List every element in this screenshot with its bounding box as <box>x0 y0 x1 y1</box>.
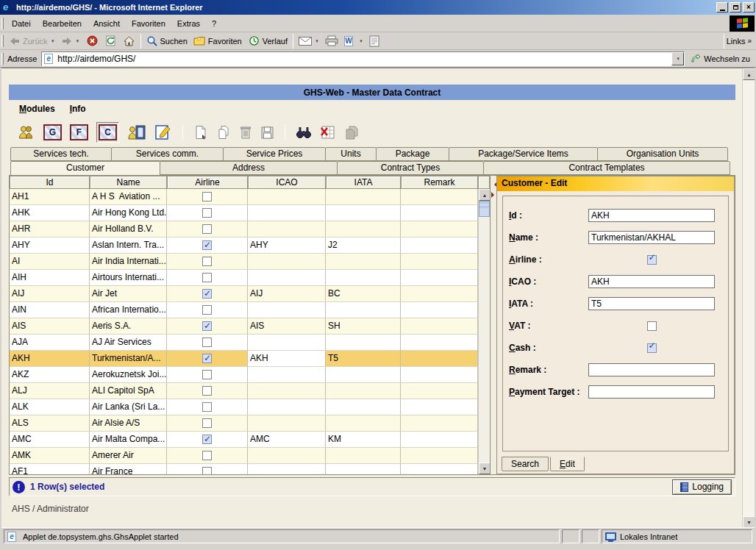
go-button[interactable]: Wechseln zu <box>685 54 756 63</box>
edit-mode-button[interactable] <box>154 124 172 140</box>
cell-iata[interactable]: BC <box>326 286 401 302</box>
cash-checkbox[interactable]: ✓ <box>647 343 657 353</box>
menu-info[interactable]: Info <box>65 102 90 115</box>
cell-icao[interactable] <box>248 221 326 238</box>
cell-iata[interactable]: KM <box>326 432 401 448</box>
tab-customer[interactable]: Customer <box>10 161 160 176</box>
table-row[interactable]: AIJAir Jet✓AIJBC <box>10 286 478 302</box>
name-field[interactable] <box>588 231 715 244</box>
edit-page-button[interactable] <box>366 34 382 49</box>
airline-checkbox[interactable] <box>202 402 212 412</box>
airline-checkbox[interactable] <box>202 305 212 315</box>
column-header-iata[interactable]: IATA <box>326 176 401 189</box>
cell-remark[interactable] <box>401 205 478 221</box>
menu-ansicht[interactable]: Ansicht <box>88 17 126 30</box>
print-button[interactable] <box>322 34 341 48</box>
module-g-button[interactable]: G <box>43 124 62 140</box>
tab-contract-types[interactable]: Contract Types <box>337 161 484 175</box>
cell-name[interactable]: Air Lanka (Sri La... <box>90 399 167 415</box>
cell-name[interactable]: ALI Capitol SpA <box>90 383 167 399</box>
cell-name[interactable]: Air Holland B.V. <box>90 221 167 238</box>
word-edit-button[interactable]: W ▼ <box>341 35 366 48</box>
table-scrollbar[interactable]: ▲ ▼ <box>478 189 490 474</box>
table-row[interactable]: AJAAJ Air Services <box>10 335 478 351</box>
menu-bearbeiten[interactable]: Bearbeiten <box>37 17 88 30</box>
cell-remark[interactable] <box>401 189 478 205</box>
table-row[interactable]: AINAfrican Internatio... <box>10 302 478 318</box>
back-button[interactable]: Zurück▼ <box>6 34 58 49</box>
table-row[interactable]: AHRAir Holland B.V. <box>10 221 478 238</box>
cell-airline[interactable]: ✓ <box>167 286 248 302</box>
airline-checkbox[interactable] <box>202 208 212 218</box>
cell-name[interactable]: Aerokuznetsk Joi... <box>90 367 167 383</box>
menu-extras[interactable]: Extras <box>171 17 206 30</box>
cell-icao[interactable] <box>248 367 326 383</box>
mail-button[interactable]: ▼ <box>296 35 322 47</box>
cell-name[interactable]: Airtours Internati... <box>90 270 167 286</box>
tab-package-service-items[interactable]: Package/Service Items <box>449 147 598 161</box>
menu-datei[interactable]: Datei <box>6 17 37 30</box>
cell-remark[interactable] <box>401 318 478 335</box>
cell-id[interactable]: AHY <box>10 238 90 254</box>
cell-airline[interactable] <box>167 383 248 399</box>
cell-remark[interactable] <box>401 286 478 302</box>
cell-airline[interactable] <box>167 464 248 474</box>
table-row[interactable]: AF1Air France <box>10 464 478 474</box>
cell-icao[interactable] <box>248 205 326 221</box>
tab-units[interactable]: Units <box>325 147 377 161</box>
airline-checkbox[interactable] <box>202 467 212 474</box>
restore-button[interactable] <box>730 2 741 12</box>
table-row[interactable]: AKHTurkmenistan/A...✓AKHT5 <box>10 351 478 367</box>
cell-iata[interactable] <box>326 270 401 286</box>
scroll-up-button[interactable]: ▲ <box>479 189 490 201</box>
cell-iata[interactable]: SH <box>326 318 401 335</box>
table-row[interactable]: AHKAir Hong Kong Ltd. <box>10 205 478 221</box>
cell-iata[interactable]: T5 <box>326 351 401 367</box>
cell-icao[interactable]: AMC <box>248 432 326 448</box>
cell-airline[interactable]: ✓ <box>167 238 248 254</box>
menu-hilfe[interactable]: ? <box>206 17 222 30</box>
stop-button[interactable] <box>83 33 101 49</box>
icao-field[interactable] <box>588 275 715 288</box>
cell-iata[interactable] <box>326 254 401 270</box>
cell-remark[interactable] <box>401 432 478 448</box>
menu-favoriten[interactable]: Favoriten <box>126 17 171 30</box>
airline-checkbox[interactable] <box>202 386 212 396</box>
module-c-button[interactable]: C <box>96 122 119 143</box>
cell-id[interactable]: AHK <box>10 205 90 221</box>
address-dropdown-button[interactable]: ▼ <box>671 52 684 65</box>
cell-name[interactable]: A H S Aviation ... <box>90 189 167 205</box>
cell-id[interactable]: ALJ <box>10 383 90 399</box>
tab-service-prices[interactable]: Service Prices <box>223 147 326 161</box>
export-excel-button[interactable] <box>320 125 335 140</box>
cell-icao[interactable]: AIS <box>248 318 326 335</box>
cell-icao[interactable]: AHY <box>248 238 326 254</box>
cell-iata[interactable] <box>326 221 401 238</box>
cell-icao[interactable] <box>248 302 326 318</box>
page-scrollbar[interactable]: ▲ ▼ <box>742 68 755 527</box>
split-handle[interactable] <box>491 176 496 474</box>
cell-id[interactable]: AIS <box>10 318 90 335</box>
cell-airline[interactable] <box>167 335 248 351</box>
toolbar-grip[interactable] <box>1 53 4 65</box>
cell-id[interactable]: AJA <box>10 335 90 351</box>
cell-airline[interactable]: ✓ <box>167 432 248 448</box>
cell-id[interactable]: AIJ <box>10 286 90 302</box>
cell-icao[interactable] <box>248 383 326 399</box>
cell-id[interactable]: AKZ <box>10 367 90 383</box>
cell-remark[interactable] <box>401 448 478 464</box>
airline-checkbox[interactable]: ✓ <box>202 435 212 444</box>
search-button[interactable]: Suchen <box>143 34 190 49</box>
logging-button[interactable]: Logging <box>672 479 732 495</box>
column-header-id[interactable]: Id <box>10 176 90 189</box>
cell-icao[interactable] <box>248 254 326 270</box>
airline-checkbox[interactable] <box>202 192 212 201</box>
table-row[interactable]: AHYAslan Intern. Tra...✓AHYJ2 <box>10 238 478 254</box>
menu-modules[interactable]: Modules <box>15 102 60 115</box>
payment-target-field[interactable] <box>588 385 715 399</box>
cell-name[interactable]: Air India Internati... <box>90 254 167 270</box>
delete-record-button[interactable] <box>239 125 252 140</box>
table-row[interactable]: AIAir India Internati... <box>10 254 478 270</box>
table-row[interactable]: AKZAerokuznetsk Joi... <box>10 367 478 383</box>
user-logout-button[interactable] <box>127 124 146 140</box>
